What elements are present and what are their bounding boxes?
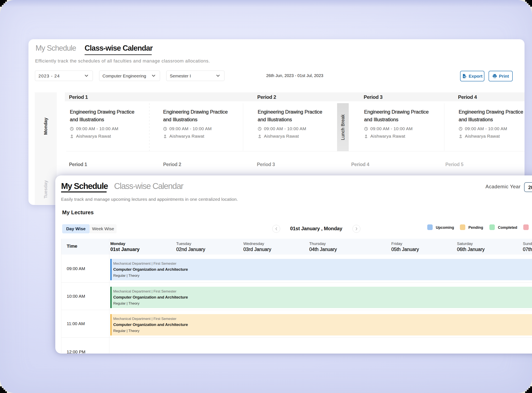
period-header-band (65, 92, 525, 101)
day-name: Friday (391, 241, 419, 246)
lecture-cell[interactable]: Engineering Drawing Practice and Illustr… (258, 108, 329, 139)
academic-year-select[interactable]: 2023 - 24 (35, 71, 93, 81)
screenshot-canvas: My Schedule Class-wise Calendar Efficien… (0, 0, 532, 393)
lecture-time: 09:00 AM - 10:00 AM (364, 126, 436, 131)
previous-day-button[interactable] (272, 225, 280, 233)
time-column-header: Time (67, 244, 77, 249)
day-name: Wednesday (243, 241, 271, 246)
period-header-tuesday: Period 4 (351, 162, 369, 167)
time-slot-label: 09:00 AM (67, 266, 85, 271)
event-title: Computer Organization and Architecture (113, 322, 188, 327)
event-status-stripe (110, 287, 112, 308)
time-slot-label: 11:00 AM (67, 321, 85, 326)
time-column-border (109, 239, 109, 354)
chevron-down-icon (216, 75, 220, 77)
cell-divider (243, 103, 243, 151)
person-icon (70, 134, 74, 138)
period-header-tuesday: Period 2 (163, 162, 181, 167)
day-column-header: Sunday07th January (523, 241, 532, 252)
day-name: Saturday (457, 241, 485, 246)
lecture-event-completed[interactable]: Mechanical Department | First Semester C… (110, 287, 532, 308)
lecture-faculty-text: Aishwarya Rawat (370, 134, 405, 139)
event-status-stripe (110, 314, 112, 335)
day-date: 02nd January (176, 247, 205, 252)
event-meta: Mechanical Department | First Semester (113, 290, 176, 294)
person-icon (258, 134, 262, 138)
export-button[interactable]: Export (460, 71, 484, 81)
legend-swatch (427, 224, 433, 230)
row-divider (66, 151, 525, 151)
time-slot-label: 10:00 AM (67, 294, 85, 299)
lecture-cell[interactable]: Engineering Drawing Practice and Illustr… (364, 108, 436, 139)
clock-icon (163, 127, 167, 131)
day-date: 05th January (391, 247, 419, 252)
next-day-button[interactable] (352, 225, 360, 233)
lecture-cell[interactable]: Engineering Drawing Practice and Illustr… (459, 108, 530, 139)
day-name: Thursday (309, 241, 337, 246)
lecture-cell[interactable]: Engineering Drawing Practice and Illustr… (163, 108, 235, 139)
day-date: 04th January (309, 247, 337, 252)
day-name: Monday (110, 241, 140, 246)
lecture-time-text: 09:00 AM - 10:00 AM (465, 126, 507, 131)
person-icon (364, 134, 368, 138)
lecture-time-text: 09:00 AM - 10:00 AM (370, 126, 413, 131)
print-icon (492, 74, 497, 79)
day-wise-toggle[interactable]: Day Wise (62, 224, 90, 233)
week-date-range: 26th Jun, 2023 - 01st Jul, 2023 (266, 73, 323, 78)
lecture-event-pending[interactable]: Mechanical Department | First Semester C… (110, 314, 532, 335)
lecture-time-text: 09:00 AM - 10:00 AM (169, 126, 212, 131)
active-tab-underline (61, 192, 107, 192)
period-header: Period 2 (257, 94, 276, 100)
department-value: Computer Engineering (102, 74, 146, 79)
current-date: 01st January , Monday (290, 226, 342, 231)
event-title: Computer Organization and Architecture (113, 295, 188, 300)
lecture-time-text: 09:00 AM - 10:00 AM (76, 126, 118, 131)
back-card-subtitle: Efficiently track the schedules of all f… (35, 58, 210, 64)
lecture-time: 09:00 AM - 10:00 AM (258, 126, 329, 131)
day-column-header: Friday05th January (391, 241, 419, 252)
semester-value: Semester I (170, 74, 191, 79)
tab-my-schedule-back[interactable]: My Schedule (35, 44, 76, 53)
tuesday-row-label: Tuesday (43, 180, 48, 198)
lecture-faculty-text: Aishwarya Rawat (465, 134, 500, 139)
lecture-faculty-text: Aishwarya Rawat (76, 134, 111, 139)
day-column-header: Tuesday02nd January (176, 241, 205, 252)
lecture-faculty-text: Aishwarya Rawat (169, 134, 204, 139)
event-meta: Mechanical Department | First Semester (113, 262, 176, 266)
tab-class-wise-calendar[interactable]: Class-wise Calendar (114, 182, 183, 191)
day-date: 07th January (523, 247, 532, 252)
period-header-tuesday: Period 5 (445, 162, 463, 167)
event-status-stripe (110, 259, 112, 280)
lecture-event-upcoming[interactable]: Mechanical Department | First Semester C… (110, 259, 532, 280)
period-header: Period 3 (364, 94, 383, 100)
day-date: 01st January (110, 247, 140, 252)
lecture-title: Engineering Drawing Practice and Illustr… (258, 108, 329, 123)
day-column-header: Thursday04th January (309, 241, 337, 252)
lecture-faculty: Aishwarya Rawat (459, 134, 530, 139)
academic-year-value: 2023 - 24 (38, 74, 60, 79)
event-tags: Regular | Theory (113, 301, 140, 306)
print-button[interactable]: Print (489, 71, 513, 81)
academic-year-select-front[interactable]: 20 (524, 182, 532, 192)
person-icon (163, 134, 167, 138)
period-header-tuesday: Period 1 (69, 162, 87, 167)
chevron-right-icon (355, 227, 358, 231)
day-name: Tuesday (176, 241, 205, 246)
clock-icon (364, 127, 368, 131)
export-icon (462, 74, 467, 79)
tab-class-wise-calendar-back[interactable]: Class-wise Calendar (85, 44, 153, 53)
legend-label: Pending (468, 226, 483, 230)
week-wise-toggle[interactable]: Week Wise (90, 224, 117, 233)
department-select[interactable]: Computer Engineering (99, 71, 160, 81)
chevron-left-icon (275, 227, 277, 231)
day-column-header: Wednesday03rd January (243, 241, 271, 252)
my-lectures-heading: My Lectures (62, 209, 94, 216)
lecture-title: Engineering Drawing Practice and Illustr… (163, 108, 235, 123)
monday-row-label: Monday (43, 118, 48, 135)
lecture-cell[interactable]: Engineering Drawing Practice and Illustr… (70, 108, 141, 139)
legend-swatch (489, 224, 495, 230)
day-date: 03rd January (243, 247, 271, 252)
semester-select[interactable]: Semester I (166, 71, 224, 81)
legend-swatch (523, 224, 529, 230)
tab-my-schedule[interactable]: My Schedule (61, 182, 108, 191)
